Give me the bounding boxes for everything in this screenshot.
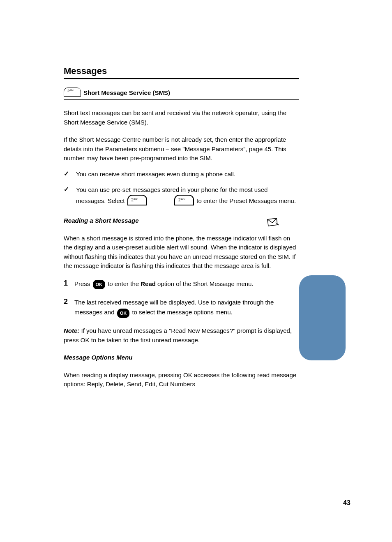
ok-button-icon: OK: [117, 309, 130, 316]
step-number: 2: [64, 298, 74, 318]
reading-heading: Reading a Short Message: [64, 216, 299, 226]
note-paragraph: Note: If you have unread messages a "Rea…: [64, 326, 299, 345]
subsection-heading: Short Message Service (SMS): [64, 88, 299, 98]
step-1-suffix: to enter the: [108, 280, 141, 287]
note-heading: Note:: [64, 327, 79, 334]
section-heading: Messages: [64, 66, 299, 79]
menu-options-body: When reading a display message, pressing…: [64, 371, 299, 389]
step-2-a: The last received message will be displa…: [74, 299, 211, 306]
ok-button-icon: OK: [93, 280, 106, 287]
bullet-2-mid: to enter the Preset Messages menu.: [196, 197, 296, 204]
key-2abc-icon: [64, 88, 81, 98]
step-1: 1 Press OK to enter the Read option of t…: [64, 279, 299, 290]
step-1-prefix: Press: [74, 280, 90, 287]
step-1-body: Press OK to enter the Read option of the…: [74, 279, 299, 290]
step-2: 2 The last received message will be disp…: [64, 298, 299, 318]
menu-options-heading: Message Options Menu: [64, 354, 133, 361]
bullet-item-1: ✓ You can receive short messages even du…: [64, 170, 299, 179]
step-1-tail: option of the Short Message menu.: [157, 280, 253, 287]
heading-rule: [64, 78, 299, 79]
reading-prefix: When a short message is stored into the …: [64, 235, 256, 242]
heading-text: Messages: [64, 66, 107, 76]
step-number: 1: [64, 279, 74, 290]
step-1-bold: Read: [141, 280, 156, 287]
intro-paragraph-2: If the Short Message Centre number is no…: [64, 135, 299, 163]
step-2-c: to select the message options menu.: [132, 309, 232, 316]
key-2abc-icon: [174, 200, 194, 207]
key-2abc-icon: [127, 200, 147, 207]
note-body: If you have unread messages a "Read New …: [64, 327, 292, 344]
intro-paragraph-1: Short text messages can be sent and rece…: [64, 108, 299, 127]
subheading-text: Short Message Service (SMS): [83, 89, 170, 96]
step-2-body: The last received message will be displa…: [74, 298, 299, 318]
bullet-1-text: You can receive short messages even duri…: [76, 170, 299, 179]
reading-heading-text: Reading a Short Message: [64, 217, 139, 224]
reading-paragraph: When a short message is stored into the …: [64, 234, 299, 271]
bullet-2-body: You can use pre-set messages stored in y…: [76, 185, 299, 208]
menu-heading-row: Message Options Menu: [64, 353, 299, 362]
subheading-rule: [64, 99, 299, 100]
page-number: 43: [343, 499, 350, 507]
sidebar-graphic: [299, 275, 346, 360]
check-icon: ✓: [64, 170, 76, 179]
envelope-icon: [266, 217, 279, 228]
check-icon: ✓: [64, 185, 76, 208]
bullet-item-2: ✓ You can use pre-set messages stored in…: [64, 185, 299, 208]
